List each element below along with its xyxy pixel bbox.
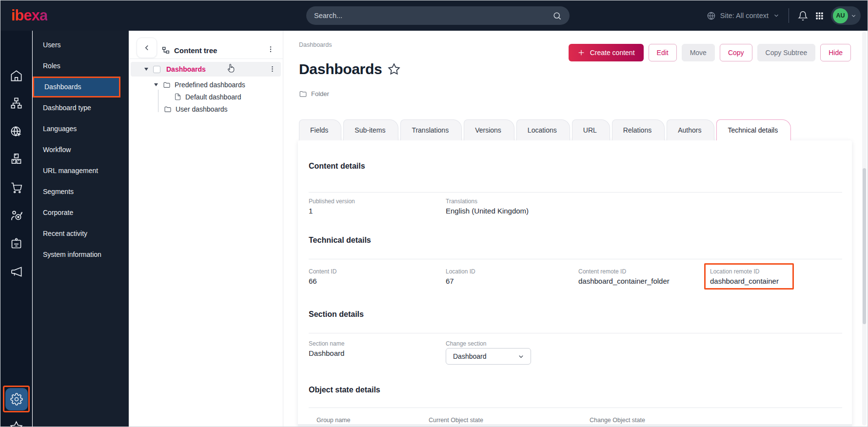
breadcrumb[interactable]: Dashboards xyxy=(299,41,332,48)
tree-options-kebab-icon[interactable] xyxy=(267,45,275,53)
home-icon[interactable] xyxy=(10,69,23,82)
admin-sidebar: Users Roles Dashboards Dashboard type La… xyxy=(33,31,129,427)
tree-header-divider xyxy=(129,58,283,59)
personalization-target-icon[interactable] xyxy=(10,209,23,222)
content-tree-icon xyxy=(161,46,170,55)
hide-button[interactable]: Hide xyxy=(820,44,851,61)
technical-details-heading: Technical details xyxy=(309,236,371,245)
sidebar-item-corporate[interactable]: Corporate xyxy=(33,202,129,223)
edit-button[interactable]: Edit xyxy=(649,44,677,61)
field-label: Change section xyxy=(446,340,486,347)
tree-checkbox[interactable] xyxy=(153,66,160,73)
settings-active-tile[interactable] xyxy=(5,388,28,410)
sidebar-item-segments[interactable]: Segments xyxy=(33,181,129,202)
page-title: Dashboards xyxy=(299,61,382,78)
field-label: Content ID xyxy=(309,268,336,275)
marketing-megaphone-icon[interactable] xyxy=(10,265,23,278)
technical-details-card: Content details Published version 1 Tran… xyxy=(298,140,852,427)
field-value: 66 xyxy=(309,277,317,285)
caret-down-icon[interactable] xyxy=(144,68,148,71)
object-state-heading: Object state details xyxy=(309,386,380,394)
sidebar-item-roles[interactable]: Roles xyxy=(33,56,129,77)
tab-url[interactable]: URL xyxy=(572,119,610,140)
tree-item-user-dashboards[interactable]: User dashboards xyxy=(129,103,283,115)
tree-item-dashboards[interactable]: Dashboards xyxy=(131,62,281,77)
tree-item-predefined-dashboards[interactable]: Predefined dashboards xyxy=(129,78,283,91)
app-window: ibexa Site: All context AU xyxy=(0,0,868,427)
tree-item-kebab-icon[interactable] xyxy=(269,65,276,73)
caret-down-icon[interactable] xyxy=(154,83,158,86)
settings-highlight-annotation xyxy=(3,386,30,412)
notifications-bell-icon[interactable] xyxy=(798,11,808,21)
location-remote-id-annotation xyxy=(704,263,794,290)
corporate-badge-icon[interactable] xyxy=(10,237,23,250)
tree-item-label[interactable]: Default dashboard xyxy=(185,93,241,101)
tab-translations[interactable]: Translations xyxy=(400,119,462,140)
sidebar-item-system-information[interactable]: System information xyxy=(33,244,129,265)
bookmarks-star-icon[interactable] xyxy=(10,421,23,427)
field-value: Dashboard xyxy=(309,349,344,357)
favorite-star-icon[interactable] xyxy=(388,63,400,76)
tree-item-label[interactable]: Predefined dashboards xyxy=(175,81,245,89)
tab-technical-details[interactable]: Technical details xyxy=(716,119,791,140)
chevron-left-icon xyxy=(142,43,151,52)
commerce-cart-icon[interactable] xyxy=(10,181,23,194)
field-value: 1 xyxy=(309,207,313,215)
page-scrollbar xyxy=(862,32,867,426)
sidebar-item-dashboard-type[interactable]: Dashboard type xyxy=(33,97,129,118)
section-divider xyxy=(309,333,842,333)
tab-versions[interactable]: Versions xyxy=(464,119,514,140)
create-content-button[interactable]: Create content xyxy=(569,44,644,61)
folder-icon xyxy=(164,105,172,113)
sidebar-item-languages[interactable]: Languages xyxy=(33,118,129,139)
product-catalog-boxes-icon[interactable] xyxy=(10,152,23,165)
collapse-tree-button[interactable] xyxy=(137,38,157,58)
search-input[interactable] xyxy=(314,12,552,19)
folder-icon xyxy=(163,81,171,89)
main-content: Dashboards Create content Edit Move Copy… xyxy=(283,31,868,427)
gear-icon xyxy=(10,393,23,406)
avatar[interactable]: AU xyxy=(833,8,848,23)
table-header-group-name: Group name xyxy=(316,417,350,424)
app-grid-icon[interactable] xyxy=(815,11,824,20)
move-button[interactable]: Move xyxy=(682,44,715,61)
sidebar-item-url-management[interactable]: URL management xyxy=(33,160,129,181)
tab-authors[interactable]: Authors xyxy=(667,119,714,140)
tab-sub-items[interactable]: Sub-items xyxy=(343,119,398,140)
field-label: Location remote ID xyxy=(710,268,759,275)
tree-item-label[interactable]: Dashboards xyxy=(166,65,206,73)
field-label: Location ID xyxy=(446,268,475,275)
chevron-down-icon xyxy=(850,13,857,19)
tab-relations[interactable]: Relations xyxy=(612,119,665,140)
field-value: English (United Kingdom) xyxy=(446,207,529,215)
tab-fields[interactable]: Fields xyxy=(299,119,341,140)
action-toolbar: Create content Edit Move Copy Copy Subtr… xyxy=(569,44,851,61)
sidebar-item-workflow[interactable]: Workflow xyxy=(33,139,129,160)
tree-item-label[interactable]: User dashboards xyxy=(176,105,228,113)
tab-bar: Fields Sub-items Translations Versions L… xyxy=(299,119,791,140)
content-tree-title: Content tree xyxy=(174,46,217,55)
tree-item-default-dashboard[interactable]: Default dashboard xyxy=(129,91,283,103)
site-globe-cursor-icon[interactable] xyxy=(10,125,23,138)
plus-icon xyxy=(577,49,585,57)
copy-button[interactable]: Copy xyxy=(720,44,752,61)
sidebar-item-users[interactable]: Users xyxy=(33,35,129,56)
scrollbar-thumb[interactable] xyxy=(863,168,866,324)
field-label: Section name xyxy=(309,340,344,347)
site-context-selector[interactable]: Site: All context xyxy=(707,11,780,20)
table-header-change-state: Change Object state xyxy=(590,417,645,424)
ibexa-logo: ibexa xyxy=(11,7,47,24)
copy-subtree-button[interactable]: Copy Subtree xyxy=(757,44,816,61)
sidebar-item-recent-activity[interactable]: Recent activity xyxy=(33,223,129,244)
global-search[interactable] xyxy=(306,6,570,25)
select-value: Dashboard xyxy=(453,352,487,360)
sidebar-item-dashboards[interactable]: Dashboards xyxy=(33,77,120,97)
folder-icon xyxy=(299,90,307,98)
change-section-select[interactable]: Dashboard xyxy=(446,348,531,365)
user-menu[interactable]: AU xyxy=(831,6,861,25)
content-type-label: Folder xyxy=(311,90,329,97)
tab-locations[interactable]: Locations xyxy=(516,119,570,140)
search-icon[interactable] xyxy=(552,11,562,20)
content-structure-icon[interactable] xyxy=(10,97,23,110)
file-icon xyxy=(174,93,181,100)
